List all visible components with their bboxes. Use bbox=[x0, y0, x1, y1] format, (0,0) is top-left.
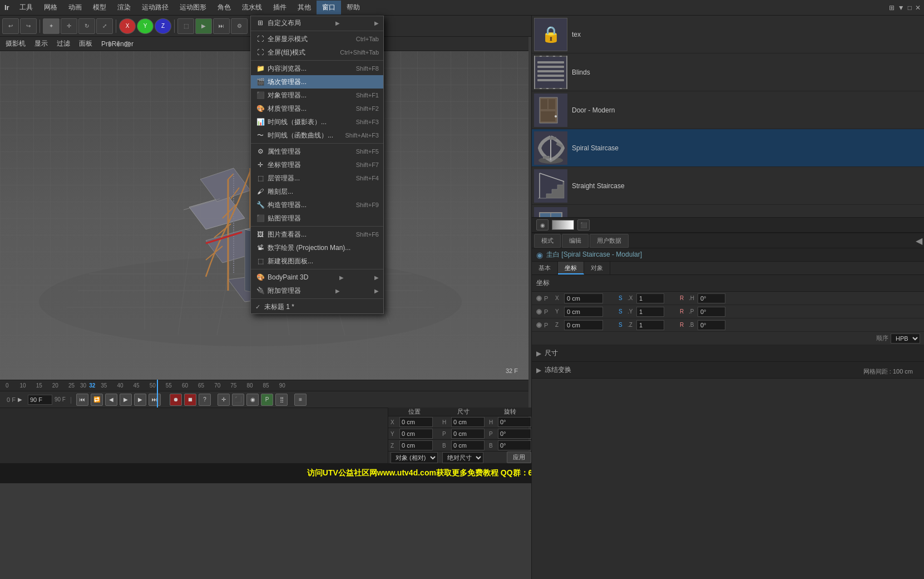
rot-x-input[interactable] bbox=[498, 417, 531, 427]
dd-item-content-browser[interactable]: 📁 内容浏览器... Shift+F8 bbox=[251, 62, 383, 75]
motion2-btn[interactable]: P bbox=[261, 394, 273, 406]
menu-item-motion-path[interactable]: 运动路径 bbox=[136, 1, 174, 14]
menu-item-mesh[interactable]: 网格 bbox=[38, 1, 63, 14]
dd-item-timeline-sheet[interactable]: 📊 时间线（摄影表）... Shift+F3 bbox=[251, 115, 383, 129]
menu-item-animation[interactable]: 动画 bbox=[63, 1, 87, 14]
size-dropdown[interactable]: 绝对尺寸 bbox=[442, 452, 483, 463]
stop-btn[interactable]: ⏹ bbox=[184, 394, 196, 406]
px-input[interactable] bbox=[564, 293, 603, 303]
asset-item-spiral-staircase[interactable]: Spiral Staircase bbox=[532, 129, 924, 167]
undo-btn[interactable]: ↩ bbox=[2, 18, 19, 34]
dd-item-build-manager[interactable]: 🔧 构造管理器... Shift+F9 bbox=[251, 198, 383, 212]
edit-render-btn[interactable]: ⚙ bbox=[231, 18, 248, 34]
panel-menu[interactable]: 面板 bbox=[77, 38, 95, 50]
vp-ctrl-1[interactable]: ⬆ bbox=[106, 40, 113, 48]
render-all-btn[interactable]: ⏭ bbox=[213, 18, 230, 34]
camera-menu[interactable]: 摄影机 bbox=[3, 38, 28, 50]
asset-item-door[interactable]: Door - Modern bbox=[532, 91, 924, 129]
top-right-icon-1[interactable]: ⊞ bbox=[888, 4, 896, 12]
dd-item-property-manager[interactable]: ⚙ 属性管理器 Shift+F5 bbox=[251, 145, 383, 158]
next-frame-btn[interactable]: ▶ bbox=[134, 394, 146, 406]
tab-mode[interactable]: 模式 bbox=[534, 234, 561, 248]
sx-input[interactable] bbox=[636, 293, 664, 303]
redo-btn[interactable]: ↪ bbox=[20, 18, 37, 34]
asset-item-straight-staircase[interactable]: Straight Staircase bbox=[532, 167, 924, 205]
play-btn[interactable]: ▶ bbox=[120, 394, 132, 406]
record3-btn[interactable]: ◉ bbox=[246, 394, 259, 406]
move-btn[interactable]: ✛ bbox=[61, 18, 77, 34]
dd-item-timeline-curve[interactable]: 〜 时间线（函数曲线）... Shift+Alt+F3 bbox=[251, 129, 383, 142]
top-right-icon-4[interactable]: ✕ bbox=[914, 4, 922, 12]
axis-z-btn[interactable]: Z bbox=[155, 18, 171, 34]
select-btn[interactable]: ✦ bbox=[43, 18, 60, 34]
dd-item-plugin-manager[interactable]: 🔌 附加管理器 ▶ bbox=[251, 284, 383, 297]
size-x-input[interactable] bbox=[451, 417, 485, 427]
rp-input[interactable] bbox=[698, 307, 725, 317]
go-start-btn[interactable]: ⏮ bbox=[76, 394, 88, 406]
menu-item-window[interactable]: 窗口 bbox=[317, 1, 341, 14]
sub-tab-coord[interactable]: 坐标 bbox=[558, 262, 584, 274]
motion-btn[interactable]: ✛ bbox=[218, 394, 230, 406]
dd-item-bodypaint[interactable]: 🎨 BodyPaint 3D ▶ bbox=[251, 271, 383, 284]
menu-item-other[interactable]: 其他 bbox=[292, 1, 317, 14]
color-swatch[interactable] bbox=[552, 220, 574, 230]
dd-item-projection[interactable]: 📽 数字绘景 (Projection Man)... bbox=[251, 241, 383, 254]
asset-item-blinds[interactable]: Blinds bbox=[532, 53, 924, 91]
dd-item-coord-manager[interactable]: ✛ 坐标管理器 Shift+F7 bbox=[251, 158, 383, 171]
size-z-input[interactable] bbox=[451, 440, 485, 450]
size-section[interactable]: ▶ 尺寸 bbox=[532, 345, 924, 362]
dd-item-untitled1[interactable]: ✓ 未标题 1 * bbox=[251, 300, 383, 313]
dd-item-sculpt[interactable]: 🖌 雕刻层... bbox=[251, 185, 383, 198]
menu-item-pipeline[interactable]: 流水线 bbox=[236, 1, 268, 14]
asset-footer-btn2[interactable]: ⬛ bbox=[577, 219, 590, 230]
dd-item-image-viewer[interactable]: 🖼 图片查看器... Shift+F6 bbox=[251, 228, 383, 241]
rotate-btn[interactable]: ↻ bbox=[78, 18, 95, 34]
record-btn[interactable]: ⏺ bbox=[170, 394, 182, 406]
rb-input[interactable] bbox=[698, 320, 725, 330]
pos-y-input[interactable] bbox=[399, 429, 433, 439]
menu-item-motion-graph[interactable]: 运动图形 bbox=[174, 1, 212, 14]
keyframe-btn[interactable]: ≡ bbox=[294, 394, 307, 406]
current-frame-input[interactable] bbox=[28, 395, 52, 405]
apply-button[interactable]: 应用 bbox=[507, 452, 531, 463]
top-right-icon-2[interactable]: ▼ bbox=[897, 4, 906, 12]
dd-item-object-manager[interactable]: ⬛ 对象管理器... Shift+F1 bbox=[251, 89, 383, 102]
vp-ctrl-2[interactable]: ⬇ bbox=[115, 40, 122, 48]
axis-x-btn[interactable]: X bbox=[119, 18, 136, 34]
pz-input[interactable] bbox=[564, 320, 603, 330]
rot-z-input[interactable] bbox=[498, 440, 531, 450]
tab-edit[interactable]: 编辑 bbox=[562, 234, 589, 248]
dd-item-scene-manager[interactable]: 🎬 场次管理器... bbox=[251, 75, 383, 89]
sub-tab-basic[interactable]: 基本 bbox=[532, 262, 558, 274]
dd-item-new-viewport[interactable]: ⬚ 新建视图面板... bbox=[251, 254, 383, 268]
sy-input[interactable] bbox=[636, 307, 664, 317]
asset-footer-btn1[interactable]: ◉ bbox=[536, 219, 549, 230]
top-right-icon-3[interactable]: □ bbox=[907, 4, 913, 12]
render-btn[interactable]: ▶ bbox=[195, 18, 212, 34]
menu-item-model[interactable]: 模型 bbox=[87, 1, 112, 14]
prev-frame-btn[interactable]: ◀ bbox=[105, 394, 117, 406]
rh-input[interactable] bbox=[698, 293, 725, 303]
filter-menu[interactable]: 过滤 bbox=[55, 38, 72, 50]
help-btn[interactable]: ? bbox=[199, 394, 211, 406]
render-region-btn[interactable]: ⬚ bbox=[177, 18, 194, 34]
size-y-input[interactable] bbox=[451, 429, 485, 439]
dd-item-fullscreen-pane[interactable]: ⛶ 全屏(组)模式 Ctrl+Shift+Tab bbox=[251, 46, 383, 59]
pos-z-input[interactable] bbox=[399, 440, 433, 450]
dd-item-layer-manager[interactable]: ⬚ 层管理器... Shift+F4 bbox=[251, 171, 383, 185]
pos-x-input[interactable] bbox=[399, 417, 433, 427]
vp-ctrl-3[interactable]: ⊟ bbox=[124, 40, 131, 48]
rot-y-input[interactable] bbox=[498, 429, 531, 439]
loop-btn[interactable]: 🔁 bbox=[91, 394, 103, 406]
asset-item-tex[interactable]: 🔒 tex bbox=[532, 16, 924, 53]
menu-item-character[interactable]: 角色 bbox=[212, 1, 236, 14]
grid-btn[interactable]: ⣿ bbox=[275, 394, 288, 406]
py-input[interactable] bbox=[564, 307, 603, 317]
menu-item-help[interactable]: 帮助 bbox=[341, 1, 365, 14]
dd-item-custom-layout[interactable]: ⊞ 自定义布局 ▶ bbox=[251, 16, 383, 30]
menu-item-render[interactable]: 渲染 bbox=[112, 1, 136, 14]
panel-collapse-btn[interactable]: ◀ bbox=[916, 235, 922, 246]
tab-userdata[interactable]: 用户数据 bbox=[590, 234, 629, 248]
dd-item-fullscreen[interactable]: ⛶ 全屏显示模式 Ctrl+Tab bbox=[251, 32, 383, 46]
scale-btn[interactable]: ⤢ bbox=[96, 18, 113, 34]
